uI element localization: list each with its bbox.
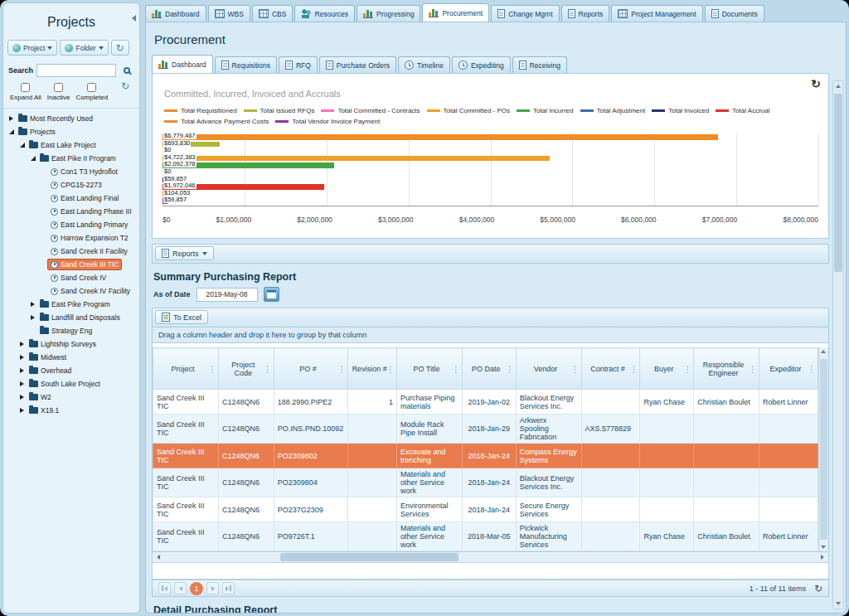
tree-item-east-lake-project[interactable]: East Lake Project (26, 139, 99, 151)
cell-po-title[interactable]: Environmental Services (396, 497, 462, 522)
cell-vendor[interactable]: Compass Energy Systems (516, 444, 581, 468)
legend-item-total-vendor-invoice-payment[interactable]: Total Vendor Invoice Payment (275, 118, 380, 125)
tree-item-harrow-expansion-t2[interactable]: Harrow Expansion T2 (47, 232, 132, 244)
folder-dropdown-button[interactable]: Folder (60, 40, 108, 56)
hscroll-thumb[interactable] (280, 553, 458, 561)
pager-refresh-button[interactable]: ↻ (814, 584, 822, 594)
cell-revision[interactable] (348, 444, 397, 468)
cell-project-code[interactable]: C1248QN6 (218, 390, 274, 415)
column-header-project-code[interactable]: Project Code⋮ (218, 348, 274, 390)
checkbox-expand-all[interactable] (21, 83, 30, 92)
cell-vendor[interactable]: Pickwick Manufacturing Services (516, 522, 581, 551)
cell-buyer[interactable] (640, 468, 694, 497)
cell-buyer[interactable]: Ryan Chase (640, 390, 694, 415)
cell-project[interactable]: Sand Creek III TIC (153, 415, 219, 444)
sidebar-sync-button[interactable]: ↻ (111, 40, 129, 56)
cell-project-code[interactable]: C1248QN6 (218, 522, 274, 551)
legend-item-total-issued-rfqs[interactable]: Total Issued RFQs (244, 107, 315, 114)
cell-project[interactable]: Sand Creek III TIC (153, 390, 219, 415)
tree-item-sand-creek-ii-facility[interactable]: Sand Creek II Facility (47, 245, 131, 257)
cell-vendor[interactable]: Blackout Energy Services Inc. (516, 390, 581, 415)
column-header-revision[interactable]: Revision #⋮ (348, 348, 397, 390)
cell-revision[interactable] (348, 415, 397, 444)
grid-horizontal-scrollbar[interactable] (152, 552, 829, 563)
tree-refresh-button[interactable]: ↻ (121, 81, 129, 91)
tab-expediting[interactable]: Expediting (452, 56, 511, 73)
cell-po-date[interactable]: 2018-Mar-05 (462, 522, 516, 551)
cell-contract[interactable] (581, 444, 640, 468)
tree-item-lightship-surveys[interactable]: Lightship Surveys (26, 338, 99, 350)
tab-receiving[interactable]: Receiving (512, 56, 567, 73)
tree-item-sand-creek-iv[interactable]: Sand Creek IV (47, 272, 109, 284)
scroll-down-icon[interactable] (821, 546, 826, 549)
table-row[interactable]: Sand Creek III TICC1248QN6PO2309804Mater… (153, 468, 818, 497)
scroll-down-icon[interactable] (836, 602, 841, 605)
cell-contract[interactable] (581, 497, 640, 522)
tree-item-overhead[interactable]: Overhead (26, 365, 75, 376)
cell-project[interactable]: Sand Creek III TIC (153, 522, 219, 551)
content-scroll-thumb[interactable] (834, 94, 842, 272)
column-menu-icon[interactable]: ⋮ (629, 364, 638, 373)
cell-expeditor[interactable] (759, 415, 818, 444)
cell-responsible-engineer[interactable] (694, 468, 759, 497)
cell-responsible-engineer[interactable]: Christian Boulet (694, 522, 759, 551)
cell-revision[interactable] (348, 522, 397, 551)
pager-page-button[interactable]: 1 (190, 582, 203, 595)
legend-item-total-committed-contracts[interactable]: Total Committed - Contracts (321, 107, 420, 114)
pager-prev-button[interactable] (174, 582, 187, 594)
as-of-date-input[interactable]: 2019-May-08 (196, 288, 258, 302)
expand-arrow-icon[interactable] (7, 116, 15, 121)
cell-project[interactable]: Sand Creek III TIC (153, 444, 219, 468)
column-header-expeditor[interactable]: Expeditor⋮ (759, 348, 818, 390)
chart-refresh-button[interactable]: ↻ (811, 77, 821, 90)
scroll-right-icon[interactable] (817, 555, 828, 560)
column-menu-icon[interactable]: ⋮ (264, 364, 272, 373)
collapse-arrow-icon[interactable] (7, 129, 15, 134)
project-dropdown-button[interactable]: Project (7, 40, 57, 56)
cell-contract[interactable] (581, 390, 640, 415)
legend-item-total-invoiced[interactable]: Total Invoiced (652, 107, 709, 114)
column-menu-icon[interactable]: ⋮ (808, 364, 816, 373)
tab-reports[interactable]: Reports (561, 5, 610, 22)
cell-expeditor[interactable]: Robert Linner (759, 522, 818, 551)
expand-arrow-icon[interactable] (29, 302, 36, 307)
scroll-up-icon[interactable] (821, 350, 826, 353)
cell-po[interactable]: PO237G2309 (274, 497, 348, 522)
tab-procurement[interactable]: Procurement (422, 3, 489, 22)
column-header-responsible-engineer[interactable]: Responsible Engineer⋮ (694, 348, 759, 390)
cell-buyer[interactable] (640, 497, 694, 522)
cell-po[interactable]: PO.INS.PND.10092 (274, 415, 348, 444)
cell-contract[interactable] (581, 468, 640, 497)
cell-contract[interactable] (581, 522, 640, 551)
cell-po-title[interactable]: Module Rack Pipe Install (396, 415, 462, 444)
column-header-vendor[interactable]: Vendor⋮ (516, 348, 581, 390)
cell-contract[interactable]: AXS.5778829 (581, 415, 640, 444)
expand-arrow-icon[interactable] (18, 395, 26, 400)
tree-item-landfill-and-disposals[interactable]: Landfill and Disposals (36, 312, 124, 323)
pager-last-button[interactable] (222, 582, 235, 594)
cell-po-date[interactable]: 2018-Jan-24 (462, 468, 516, 497)
tab-rfq[interactable]: RFQ (279, 56, 318, 73)
cell-responsible-engineer[interactable] (694, 415, 759, 444)
expand-arrow-icon[interactable] (18, 355, 26, 360)
column-menu-icon[interactable]: ⋮ (683, 364, 691, 373)
cell-responsible-engineer[interactable] (694, 497, 759, 522)
column-menu-icon[interactable]: ⋮ (337, 364, 346, 373)
legend-item-total-adjustment[interactable]: Total Adjustment (580, 107, 646, 114)
tab-dashboard[interactable]: Dashboard (145, 5, 206, 22)
search-button[interactable] (119, 63, 134, 77)
cell-po-date[interactable]: 2019-Jan-02 (462, 390, 516, 415)
tree-item-east-pike-program[interactable]: East Pike Program (36, 298, 114, 310)
cell-expeditor[interactable] (759, 497, 818, 522)
column-menu-icon[interactable]: ⋮ (208, 364, 216, 373)
cell-vendor[interactable]: Secure Energy Services (516, 497, 581, 522)
tree-item-con1-t3-hydroflot[interactable]: Con1 T3 Hydroflot (47, 166, 121, 177)
tab-progressing[interactable]: Progressing (357, 5, 420, 22)
grid-vertical-scrollbar[interactable] (818, 347, 828, 551)
cell-vendor[interactable]: Arkwerx Spooling Fabrication (516, 415, 581, 444)
cell-project-code[interactable]: C1248QN6 (218, 415, 274, 444)
column-menu-icon[interactable]: ⋮ (452, 364, 460, 373)
column-header-po-title[interactable]: PO Title⋮ (396, 348, 462, 390)
tree-item-most-recently-used[interactable]: Most Recently Used (15, 113, 96, 124)
cell-po-title[interactable]: Materials and other Service work (396, 522, 462, 551)
